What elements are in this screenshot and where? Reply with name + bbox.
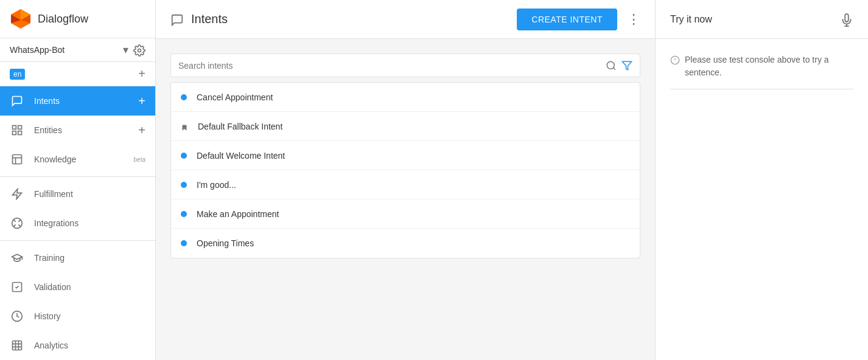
microphone-icon[interactable]: [840, 12, 853, 27]
intent-name: Default Welcome Intent: [197, 151, 285, 161]
sidebar-item-knowledge[interactable]: Knowledge beta: [0, 145, 155, 174]
sidebar-item-validation[interactable]: Validation: [0, 272, 155, 302]
sidebar-item-fulfillment[interactable]: Fulfillment: [0, 179, 155, 209]
right-panel: Try it now Please use test console above…: [655, 0, 868, 360]
svg-marker-13: [13, 189, 22, 199]
knowledge-beta-badge: beta: [134, 156, 145, 163]
sidebar-item-training[interactable]: Training: [0, 243, 155, 272]
intent-item[interactable]: Cancel Appointment: [171, 83, 640, 112]
sidebar-fulfillment-label: Fulfillment: [34, 189, 145, 199]
intent-status-dot: [181, 211, 187, 217]
info-row: Please use test console above to try a s…: [670, 54, 853, 79]
svg-line-23: [613, 68, 615, 70]
language-badge[interactable]: en: [10, 69, 25, 80]
search-icon[interactable]: [606, 59, 617, 72]
intent-item[interactable]: Opening Times: [171, 229, 640, 258]
sidebar-history-label: History: [34, 311, 145, 321]
info-icon: [670, 54, 680, 65]
info-text: Please use test console above to try a s…: [685, 54, 853, 79]
intent-status-dot: [181, 153, 187, 159]
svg-rect-9: [13, 131, 16, 135]
intent-name: I'm good...: [197, 180, 236, 190]
sidebar-item-analytics[interactable]: Analytics: [0, 331, 155, 360]
intent-status-dot: [181, 94, 187, 100]
agent-settings-icon[interactable]: [133, 43, 145, 56]
integrations-icon: [10, 216, 24, 230]
sidebar-integrations-label: Integrations: [34, 218, 145, 228]
right-panel-body: Please use test console above to try a s…: [656, 39, 868, 104]
main-body: Cancel Appointment Default Fallback Inte…: [156, 39, 655, 360]
intent-item[interactable]: Make an Appointment: [171, 199, 640, 229]
nav-divider-1: [0, 176, 155, 177]
intent-item[interactable]: Default Fallback Intent: [171, 112, 640, 141]
intent-status-dot: [181, 182, 187, 188]
agent-selector[interactable]: WhatsApp-Bot ▾: [0, 38, 155, 62]
sidebar-intents-label: Intents: [34, 96, 138, 106]
svg-point-22: [607, 62, 614, 69]
main-content: Intents CREATE INTENT ⋮ Cancel Appoin: [156, 0, 655, 360]
dialogflow-logo-icon: [10, 8, 32, 30]
intent-name: Cancel Appointment: [197, 92, 273, 102]
agent-name: WhatsApp-Bot: [10, 45, 123, 55]
knowledge-icon: [10, 152, 24, 167]
page-title: Intents: [191, 12, 517, 26]
fulfillment-icon: [10, 187, 24, 201]
analytics-icon: [10, 338, 24, 353]
sidebar: Dialogflow WhatsApp-Bot ▾ en + Intents +: [0, 0, 156, 360]
create-intent-button[interactable]: CREATE INTENT: [517, 9, 617, 30]
validation-icon: [10, 280, 24, 294]
main-header: Intents CREATE INTENT ⋮: [156, 0, 655, 39]
sidebar-nav: Intents + Entities + Knowledge: [0, 86, 155, 360]
intents-header-icon: [170, 12, 184, 27]
intent-name: Opening Times: [197, 238, 254, 248]
agent-dropdown-icon[interactable]: ▾: [123, 43, 128, 57]
intent-bookmark-icon: [181, 122, 188, 131]
add-language-icon[interactable]: +: [138, 67, 145, 81]
sidebar-item-entities[interactable]: Entities +: [0, 116, 155, 145]
intent-item[interactable]: Default Welcome Intent: [171, 141, 640, 170]
svg-rect-10: [13, 155, 22, 164]
sidebar-entities-label: Entities: [34, 125, 138, 135]
intent-list: Cancel Appointment Default Fallback Inte…: [170, 82, 640, 258]
svg-rect-17: [13, 341, 22, 350]
add-intent-icon[interactable]: +: [138, 94, 145, 108]
svg-point-5: [138, 49, 141, 52]
intent-status-dot: [181, 240, 187, 246]
sidebar-item-history[interactable]: History: [0, 302, 155, 331]
intent-name: Make an Appointment: [197, 209, 279, 219]
intent-name: Default Fallback Intent: [198, 122, 282, 131]
svg-rect-6: [13, 126, 16, 130]
sidebar-analytics-label: Analytics: [34, 341, 145, 350]
intents-icon: [10, 94, 24, 108]
svg-rect-7: [18, 126, 22, 130]
sidebar-item-integrations[interactable]: Integrations: [0, 209, 155, 238]
sidebar-knowledge-label: Knowledge: [34, 154, 133, 164]
sidebar-training-label: Training: [34, 253, 145, 263]
more-options-icon[interactable]: ⋮: [627, 12, 640, 27]
app-name: Dialogflow: [38, 13, 88, 26]
panel-divider: [670, 89, 853, 89]
sidebar-validation-label: Validation: [34, 282, 145, 292]
entities-icon: [10, 123, 24, 137]
intent-item[interactable]: I'm good...: [171, 170, 640, 199]
history-icon: [10, 309, 24, 324]
svg-rect-8: [18, 131, 22, 135]
nav-divider-2: [0, 240, 155, 241]
sidebar-item-intents[interactable]: Intents +: [0, 86, 155, 116]
add-entity-icon[interactable]: +: [138, 123, 145, 137]
svg-marker-24: [623, 62, 632, 71]
filter-icon[interactable]: [621, 59, 632, 72]
right-panel-header: Try it now: [656, 0, 868, 39]
try-it-now-label: Try it now: [670, 14, 840, 25]
training-icon: [10, 251, 24, 265]
search-bar: [170, 54, 640, 77]
sidebar-logo-header: Dialogflow: [0, 0, 155, 38]
search-input[interactable]: [178, 61, 606, 71]
language-row: en +: [0, 62, 155, 86]
